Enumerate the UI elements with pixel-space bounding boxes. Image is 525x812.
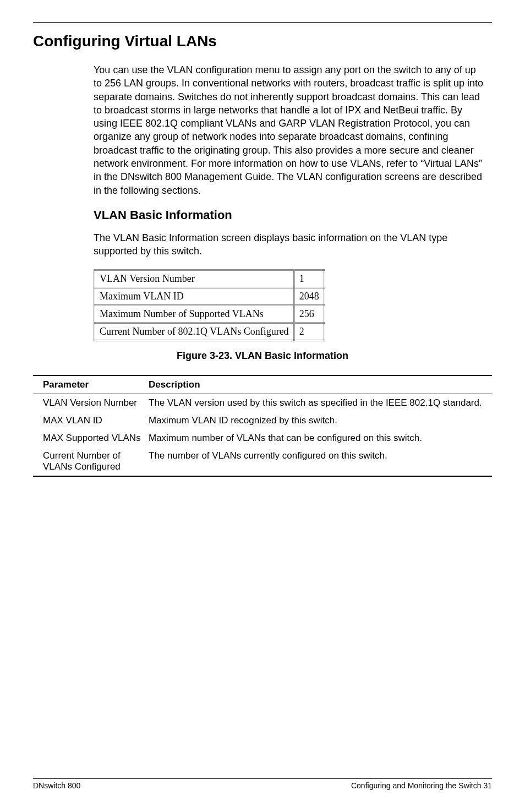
- param-name: VLAN Version Number: [33, 394, 145, 412]
- page-footer: DNswitch 800 Configuring and Monitoring …: [33, 778, 492, 790]
- info-value: 1: [294, 270, 324, 287]
- col-header-description: Description: [145, 375, 492, 394]
- table-row: VLAN Version Number The VLAN version use…: [33, 394, 492, 412]
- bottom-horizontal-rule: [33, 778, 492, 779]
- parameter-table: Parameter Description VLAN Version Numbe…: [33, 375, 492, 477]
- subsection-title: VLAN Basic Information: [94, 208, 486, 222]
- info-label: Current Number of 802.1Q VLANs Configure…: [95, 323, 294, 340]
- param-description: The number of VLANs currently configured…: [145, 447, 492, 476]
- figure-caption: Figure 3-23. VLAN Basic Information: [33, 350, 492, 362]
- table-row: Current Number of 802.1Q VLANs Configure…: [95, 323, 325, 340]
- col-header-parameter: Parameter: [33, 375, 145, 394]
- param-name: Current Number of VLANs Configured: [33, 447, 145, 476]
- info-value: 2048: [294, 287, 324, 305]
- table-row: VLAN Version Number 1: [95, 270, 325, 287]
- param-description: Maximum VLAN ID recognized by this switc…: [145, 412, 492, 429]
- info-value: 256: [294, 305, 324, 323]
- info-value: 2: [294, 323, 324, 340]
- info-label: Maximum VLAN ID: [95, 287, 294, 305]
- table-row: MAX VLAN ID Maximum VLAN ID recognized b…: [33, 412, 492, 429]
- table-row: MAX Supported VLANs Maximum number of VL…: [33, 429, 492, 447]
- footer-right: Configuring and Monitoring the Switch 31: [351, 781, 492, 790]
- param-description: Maximum number of VLANs that can be conf…: [145, 429, 492, 447]
- top-horizontal-rule: [33, 22, 492, 23]
- intro-paragraph: You can use the VLAN configuration menu …: [94, 63, 486, 197]
- page-title: Configuring Virtual LANs: [33, 32, 492, 50]
- vlan-info-table: VLAN Version Number 1 Maximum VLAN ID 20…: [94, 269, 325, 341]
- param-name: MAX Supported VLANs: [33, 429, 145, 447]
- param-description: The VLAN version used by this switch as …: [145, 394, 492, 412]
- param-name: MAX VLAN ID: [33, 412, 145, 429]
- info-label: Maximum Number of Supported VLANs: [95, 305, 294, 323]
- table-header-row: Parameter Description: [33, 375, 492, 394]
- table-row: Maximum VLAN ID 2048: [95, 287, 325, 305]
- subsection-intro: The VLAN Basic Information screen displa…: [94, 231, 486, 258]
- footer-left: DNswitch 800: [33, 781, 80, 790]
- info-label: VLAN Version Number: [95, 270, 294, 287]
- table-row: Current Number of VLANs Configured The n…: [33, 447, 492, 476]
- table-row: Maximum Number of Supported VLANs 256: [95, 305, 325, 323]
